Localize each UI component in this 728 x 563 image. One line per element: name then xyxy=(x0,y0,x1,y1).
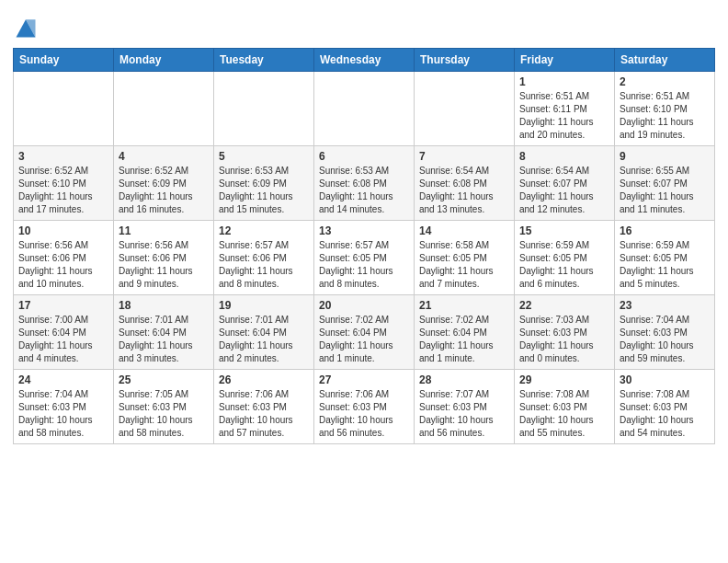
day-info: Sunrise: 6:59 AM Sunset: 6:05 PM Dayligh… xyxy=(620,239,710,291)
day-info: Sunrise: 6:52 AM Sunset: 6:10 PM Dayligh… xyxy=(18,165,108,216)
day-number: 1 xyxy=(519,75,609,88)
day-info: Sunrise: 7:06 AM Sunset: 6:03 PM Dayligh… xyxy=(219,388,309,440)
day-info: Sunrise: 7:05 AM Sunset: 6:03 PM Dayligh… xyxy=(119,388,209,440)
calendar-cell xyxy=(415,72,515,146)
day-info: Sunrise: 7:03 AM Sunset: 6:03 PM Dayligh… xyxy=(519,314,609,365)
calendar-cell: 24Sunrise: 7:04 AM Sunset: 6:03 PM Dayli… xyxy=(14,370,114,444)
day-number: 29 xyxy=(519,373,609,386)
day-info: Sunrise: 7:04 AM Sunset: 6:03 PM Dayligh… xyxy=(18,388,108,440)
day-info: Sunrise: 6:56 AM Sunset: 6:06 PM Dayligh… xyxy=(18,239,108,291)
day-number: 21 xyxy=(419,299,509,312)
day-number: 19 xyxy=(219,299,309,312)
day-info: Sunrise: 6:58 AM Sunset: 6:05 PM Dayligh… xyxy=(419,239,509,291)
calendar-cell: 22Sunrise: 7:03 AM Sunset: 6:03 PM Dayli… xyxy=(515,295,615,370)
calendar-cell: 23Sunrise: 7:04 AM Sunset: 6:03 PM Dayli… xyxy=(615,295,715,370)
day-number: 28 xyxy=(419,373,509,386)
calendar-cell: 19Sunrise: 7:01 AM Sunset: 6:04 PM Dayli… xyxy=(214,295,314,370)
day-number: 3 xyxy=(18,150,108,163)
day-number: 18 xyxy=(119,299,209,312)
day-number: 12 xyxy=(219,224,309,237)
calendar-cell: 29Sunrise: 7:08 AM Sunset: 6:03 PM Dayli… xyxy=(515,370,615,444)
day-info: Sunrise: 6:51 AM Sunset: 6:11 PM Dayligh… xyxy=(519,90,609,142)
day-number: 24 xyxy=(18,373,108,386)
calendar-cell: 15Sunrise: 6:59 AM Sunset: 6:05 PM Dayli… xyxy=(515,221,615,295)
weekday-header: Friday xyxy=(515,49,615,72)
header xyxy=(13,9,715,40)
calendar-cell xyxy=(214,72,314,146)
calendar-week-row: 10Sunrise: 6:56 AM Sunset: 6:06 PM Dayli… xyxy=(14,221,715,295)
day-info: Sunrise: 6:57 AM Sunset: 6:06 PM Dayligh… xyxy=(219,239,309,291)
calendar-cell: 4Sunrise: 6:52 AM Sunset: 6:09 PM Daylig… xyxy=(114,146,214,221)
calendar-cell: 18Sunrise: 7:01 AM Sunset: 6:04 PM Dayli… xyxy=(114,295,214,370)
calendar-cell: 2Sunrise: 6:51 AM Sunset: 6:10 PM Daylig… xyxy=(615,72,715,146)
calendar-cell: 28Sunrise: 7:07 AM Sunset: 6:03 PM Dayli… xyxy=(415,370,515,444)
calendar-cell: 27Sunrise: 7:06 AM Sunset: 6:03 PM Dayli… xyxy=(314,370,415,444)
day-number: 7 xyxy=(419,150,509,163)
day-number: 30 xyxy=(620,373,710,386)
day-number: 15 xyxy=(519,224,609,237)
day-info: Sunrise: 6:53 AM Sunset: 6:09 PM Dayligh… xyxy=(219,165,309,216)
calendar-cell xyxy=(14,72,114,146)
day-info: Sunrise: 6:54 AM Sunset: 6:07 PM Dayligh… xyxy=(519,165,609,216)
weekday-header: Wednesday xyxy=(314,49,415,72)
calendar-cell xyxy=(314,72,415,146)
day-number: 9 xyxy=(620,150,710,163)
day-info: Sunrise: 7:01 AM Sunset: 6:04 PM Dayligh… xyxy=(119,314,209,365)
calendar-cell: 10Sunrise: 6:56 AM Sunset: 6:06 PM Dayli… xyxy=(14,221,114,295)
page: SundayMondayTuesdayWednesdayThursdayFrid… xyxy=(0,0,728,457)
calendar-cell: 7Sunrise: 6:54 AM Sunset: 6:08 PM Daylig… xyxy=(415,146,515,221)
day-number: 25 xyxy=(119,373,209,386)
day-number: 2 xyxy=(620,75,710,88)
calendar-cell: 13Sunrise: 6:57 AM Sunset: 6:05 PM Dayli… xyxy=(314,221,415,295)
weekday-header: Sunday xyxy=(14,49,114,72)
calendar-cell: 25Sunrise: 7:05 AM Sunset: 6:03 PM Dayli… xyxy=(114,370,214,444)
day-number: 26 xyxy=(219,373,309,386)
day-info: Sunrise: 7:08 AM Sunset: 6:03 PM Dayligh… xyxy=(620,388,710,440)
day-number: 17 xyxy=(18,299,108,312)
calendar-cell xyxy=(114,72,214,146)
calendar-cell: 3Sunrise: 6:52 AM Sunset: 6:10 PM Daylig… xyxy=(14,146,114,221)
day-info: Sunrise: 7:04 AM Sunset: 6:03 PM Dayligh… xyxy=(620,314,710,365)
logo-icon xyxy=(13,15,39,40)
weekday-header: Tuesday xyxy=(214,49,314,72)
day-number: 23 xyxy=(620,299,710,312)
calendar-cell: 5Sunrise: 6:53 AM Sunset: 6:09 PM Daylig… xyxy=(214,146,314,221)
calendar-cell: 6Sunrise: 6:53 AM Sunset: 6:08 PM Daylig… xyxy=(314,146,415,221)
weekday-header: Thursday xyxy=(415,49,515,72)
day-number: 20 xyxy=(319,299,409,312)
day-info: Sunrise: 6:53 AM Sunset: 6:08 PM Dayligh… xyxy=(319,165,409,216)
day-number: 8 xyxy=(519,150,609,163)
day-info: Sunrise: 7:07 AM Sunset: 6:03 PM Dayligh… xyxy=(419,388,509,440)
day-info: Sunrise: 7:01 AM Sunset: 6:04 PM Dayligh… xyxy=(219,314,309,365)
day-info: Sunrise: 7:06 AM Sunset: 6:03 PM Dayligh… xyxy=(319,388,409,440)
day-info: Sunrise: 7:02 AM Sunset: 6:04 PM Dayligh… xyxy=(419,314,509,365)
day-number: 14 xyxy=(419,224,509,237)
day-number: 5 xyxy=(219,150,309,163)
calendar-cell: 26Sunrise: 7:06 AM Sunset: 6:03 PM Dayli… xyxy=(214,370,314,444)
day-info: Sunrise: 6:51 AM Sunset: 6:10 PM Dayligh… xyxy=(620,90,710,142)
calendar-cell: 1Sunrise: 6:51 AM Sunset: 6:11 PM Daylig… xyxy=(515,72,615,146)
day-number: 10 xyxy=(18,224,108,237)
calendar-week-row: 17Sunrise: 7:00 AM Sunset: 6:04 PM Dayli… xyxy=(14,295,715,370)
calendar-cell: 17Sunrise: 7:00 AM Sunset: 6:04 PM Dayli… xyxy=(14,295,114,370)
day-number: 27 xyxy=(319,373,409,386)
day-number: 6 xyxy=(319,150,409,163)
day-info: Sunrise: 6:56 AM Sunset: 6:06 PM Dayligh… xyxy=(119,239,209,291)
calendar-cell: 12Sunrise: 6:57 AM Sunset: 6:06 PM Dayli… xyxy=(214,221,314,295)
calendar-cell: 30Sunrise: 7:08 AM Sunset: 6:03 PM Dayli… xyxy=(615,370,715,444)
calendar-cell: 9Sunrise: 6:55 AM Sunset: 6:07 PM Daylig… xyxy=(615,146,715,221)
calendar-week-row: 3Sunrise: 6:52 AM Sunset: 6:10 PM Daylig… xyxy=(14,146,715,221)
logo xyxy=(13,15,42,40)
day-info: Sunrise: 6:52 AM Sunset: 6:09 PM Dayligh… xyxy=(119,165,209,216)
day-number: 13 xyxy=(319,224,409,237)
day-info: Sunrise: 7:02 AM Sunset: 6:04 PM Dayligh… xyxy=(319,314,409,365)
day-number: 11 xyxy=(119,224,209,237)
calendar-week-row: 1Sunrise: 6:51 AM Sunset: 6:11 PM Daylig… xyxy=(14,72,715,146)
day-info: Sunrise: 7:00 AM Sunset: 6:04 PM Dayligh… xyxy=(18,314,108,365)
calendar-header-row: SundayMondayTuesdayWednesdayThursdayFrid… xyxy=(14,49,715,72)
calendar-cell: 8Sunrise: 6:54 AM Sunset: 6:07 PM Daylig… xyxy=(515,146,615,221)
calendar-cell: 14Sunrise: 6:58 AM Sunset: 6:05 PM Dayli… xyxy=(415,221,515,295)
day-info: Sunrise: 6:54 AM Sunset: 6:08 PM Dayligh… xyxy=(419,165,509,216)
calendar-cell: 16Sunrise: 6:59 AM Sunset: 6:05 PM Dayli… xyxy=(615,221,715,295)
calendar-cell: 11Sunrise: 6:56 AM Sunset: 6:06 PM Dayli… xyxy=(114,221,214,295)
